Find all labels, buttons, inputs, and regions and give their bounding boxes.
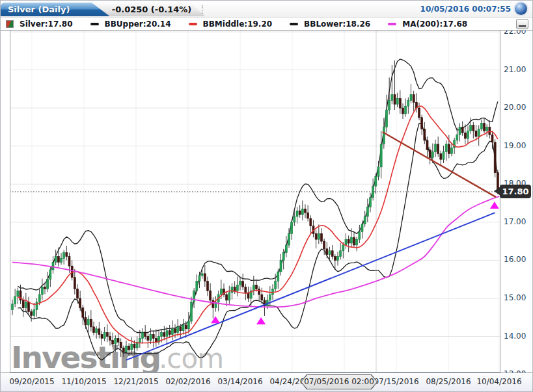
- legend-item-bblower[interactable]: BBLower:18.26: [290, 20, 370, 29]
- legend-label: BBMiddle:19.20: [203, 20, 273, 29]
- change-tab: -0.0250 (-0.14%): [92, 3, 205, 16]
- y-axis-label: 15.00: [504, 293, 532, 302]
- change-value: -0.0250 (-0.14%): [112, 5, 191, 14]
- chart-window: Silver (Daily) -0.0250 (-0.14%) 10/05/20…: [0, 0, 533, 392]
- price-tag-value: 17.80: [502, 187, 528, 196]
- line-swatch-icon: [388, 23, 396, 25]
- minimize-button[interactable]: [516, 19, 528, 29]
- instrument-title: Silver (Daily): [8, 5, 70, 14]
- bb-lower-line: [18, 124, 498, 360]
- legend-item-silver[interactable]: Silver:17.80: [6, 20, 73, 29]
- series: [10, 59, 500, 360]
- y-axis-label: 16.00: [504, 255, 532, 264]
- minimize-icon: [519, 25, 526, 27]
- chart-plot-area[interactable]: Investing.com: [1, 1, 533, 392]
- tab-bar: Silver (Daily) -0.0250 (-0.14%) 10/05/20…: [1, 1, 532, 17]
- watermark: Investing.com: [11, 339, 223, 375]
- legend-item-ma-200-[interactable]: MA(200):17.68: [388, 20, 467, 29]
- legend-bar: Silver:17.80BBUpper:20.14BBMiddle:19.20B…: [1, 17, 532, 31]
- line-swatch-icon: [90, 23, 99, 25]
- signal-triangle-marker: [211, 316, 220, 323]
- y-axis-label: 21.00: [504, 65, 532, 74]
- line-swatch-icon: [189, 23, 197, 25]
- bb-upper-line: [18, 59, 498, 333]
- tab-divider: [202, 5, 203, 14]
- legend-label: Silver:17.80: [20, 20, 73, 29]
- candlestick-swatch-icon: [6, 20, 14, 28]
- legend-label: MA(200):17.68: [402, 20, 467, 29]
- x-axis-label: 10/04/2016: [467, 377, 532, 386]
- datetime-label: 10/05/2016 00:07:55: [420, 5, 511, 14]
- y-axis-label: 19.00: [504, 141, 532, 150]
- legend-item-bbupper[interactable]: BBUpper:20.14: [90, 20, 171, 29]
- y-axis-label: 17.00: [504, 217, 532, 226]
- crosshair-date-tooltip: 07/05/2016 02:00: [301, 374, 377, 389]
- crosshair-date-text: 07/05/2016 02:00: [301, 375, 377, 389]
- price-tag-arrow-icon: [494, 187, 500, 196]
- brand-sphere-icon[interactable]: [515, 3, 527, 15]
- y-axis-label: 14.00: [504, 332, 532, 341]
- signal-triangle-marker: [490, 202, 499, 209]
- x-axis-bar: 09/20/201511/10/201512/21/201502/02/2016…: [1, 372, 532, 392]
- legend-label: BBLower:18.26: [304, 20, 370, 29]
- last-price-tag: 17.80: [500, 185, 531, 198]
- signal-triangle-marker: [256, 317, 266, 324]
- legend-items: Silver:17.80BBUpper:20.14BBMiddle:19.20B…: [1, 20, 485, 29]
- candles: [12, 60, 499, 357]
- legend-label: BBUpper:20.14: [105, 20, 171, 29]
- y-axis-label: 20.00: [504, 103, 532, 112]
- legend-item-bbmiddle[interactable]: BBMiddle:19.20: [189, 20, 273, 29]
- line-swatch-icon: [290, 23, 298, 25]
